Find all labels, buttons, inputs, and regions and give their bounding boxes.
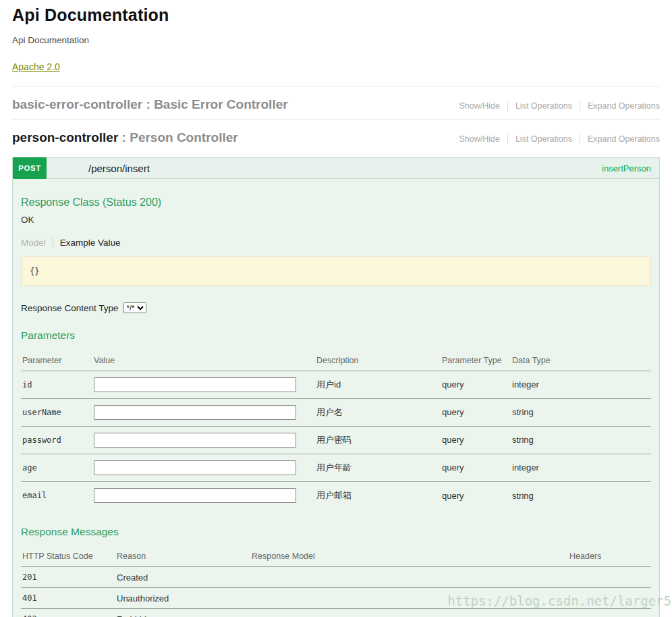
parameter-description: 用户id: [316, 379, 442, 391]
status-code: 403: [22, 614, 117, 617]
age-value-input[interactable]: [94, 460, 296, 475]
col-value: Value: [94, 356, 316, 365]
resource-name[interactable]: person-controller: [12, 130, 118, 144]
expand-operations-link[interactable]: Expand Operations: [580, 134, 660, 144]
parameter-name: id: [22, 380, 94, 390]
parameters-table-header: Parameter Value Description Parameter Ty…: [21, 356, 651, 371]
response-content-type-select[interactable]: */*: [123, 302, 146, 313]
swagger-page: Api Documentation Api Documentation Apac…: [0, 5, 672, 617]
parameter-data-type: integer: [512, 379, 651, 390]
endpoint-body: Response Class (Status 200) OK Model Exa…: [12, 179, 660, 617]
parameter-row-age: age 用户年龄 query integer: [21, 454, 651, 482]
resource-separator: :: [118, 130, 130, 144]
status-reason: Unauthorized: [117, 593, 252, 603]
response-message-row-401: 401 Unauthorized: [21, 588, 651, 609]
status-reason: Created: [117, 572, 252, 583]
col-http-status-code: HTTP Status Code: [22, 552, 117, 561]
resource-actions: Show/HideList OperationsExpand Operation…: [451, 101, 660, 111]
id-value-input[interactable]: [94, 377, 296, 392]
response-messages-heading: Response Messages: [21, 526, 651, 538]
tab-example-value[interactable]: Example Value: [60, 238, 121, 248]
parameter-name: age: [22, 463, 94, 473]
col-parameter: Parameter: [22, 356, 94, 365]
endpoint-nickname-link[interactable]: insertPerson: [602, 163, 651, 173]
resource-description: Basic Error Controller: [154, 97, 288, 111]
col-parameter-type: Parameter Type: [442, 356, 512, 365]
response-content-type-row: Response Content Type */*: [21, 302, 651, 313]
list-operations-link[interactable]: List Operations: [507, 134, 580, 144]
parameter-type: query: [442, 491, 512, 501]
response-class-heading: Response Class (Status 200): [21, 196, 651, 209]
parameter-type: query: [442, 462, 512, 473]
endpoint-card: POST /person/insert insertPerson Respons…: [12, 157, 660, 617]
tab-model[interactable]: Model: [21, 238, 46, 248]
license-link[interactable]: Apache 2.0: [12, 61, 60, 72]
parameter-value-cell: [94, 460, 316, 475]
parameter-row-userName: userName 用户名 query string: [21, 399, 651, 427]
parameter-description: 用户年龄: [316, 462, 442, 474]
col-response-model: Response Model: [252, 552, 569, 561]
endpoint-path[interactable]: /person/insert: [88, 163, 150, 174]
parameter-type: query: [442, 379, 512, 390]
response-message-row-403: 403 Forbidden: [21, 609, 651, 617]
parameter-type: query: [442, 435, 512, 445]
parameter-row-id: id 用户id query integer: [21, 371, 651, 399]
list-operations-link[interactable]: List Operations: [507, 101, 580, 111]
parameters-heading: Parameters: [21, 329, 651, 342]
resource-description: Person Controller: [130, 130, 237, 144]
parameter-data-type: string: [512, 407, 651, 417]
resource-basic-error-controller: basic-error-controller : Basic Error Con…: [12, 86, 660, 120]
response-class-value: OK: [21, 215, 651, 225]
parameter-value-cell: [94, 433, 316, 448]
resource-title: basic-error-controller : Basic Error Con…: [12, 97, 288, 112]
resource-actions: Show/HideList OperationsExpand Operation…: [451, 134, 660, 144]
parameter-data-type: integer: [512, 462, 651, 473]
password-value-input[interactable]: [94, 433, 296, 448]
parameter-data-type: string: [512, 491, 651, 501]
parameter-type: query: [442, 407, 512, 417]
resource-title: person-controller : Person Controller: [12, 130, 238, 145]
status-reason: Forbidden: [117, 614, 252, 617]
parameter-value-cell: [94, 405, 316, 420]
parameter-description: 用户邮箱: [316, 489, 442, 502]
col-description: Description: [316, 356, 442, 365]
userName-value-input[interactable]: [94, 405, 296, 420]
parameter-data-type: string: [512, 435, 651, 445]
col-headers: Headers: [569, 552, 651, 561]
http-method-badge[interactable]: POST: [13, 157, 47, 179]
page-subtitle: Api Documentation: [12, 35, 660, 45]
parameters-table: Parameter Value Description Parameter Ty…: [21, 356, 651, 510]
parameter-description: 用户名: [316, 406, 442, 419]
response-class-tabs: Model Example Value: [21, 238, 651, 248]
parameter-description: 用户密码: [316, 434, 442, 446]
resource-name[interactable]: basic-error-controller: [12, 97, 142, 111]
email-value-input[interactable]: [94, 488, 296, 503]
parameter-value-cell: [94, 377, 316, 392]
col-data-type: Data Type: [512, 356, 651, 365]
response-messages-table-header: HTTP Status Code Reason Response Model H…: [21, 552, 651, 567]
parameter-value-cell: [94, 488, 316, 503]
status-code: 401: [22, 593, 117, 603]
status-code: 201: [22, 572, 117, 582]
parameter-name: email: [22, 491, 94, 500]
example-value-snippet: {}: [21, 257, 651, 286]
tab-divider: [53, 238, 53, 248]
resource-person-controller: person-controller : Person Controller Sh…: [12, 120, 660, 153]
parameter-row-email: email 用户邮箱 query string: [21, 482, 651, 510]
resource-separator: :: [142, 97, 154, 111]
parameter-row-password: password 用户密码 query string: [21, 427, 651, 454]
page-title: Api Documentation: [12, 5, 660, 25]
response-message-row-201: 201 Created: [21, 567, 651, 588]
endpoint-header[interactable]: POST /person/insert insertPerson: [12, 157, 660, 179]
response-messages-table: HTTP Status Code Reason Response Model H…: [21, 552, 651, 617]
parameter-name: password: [22, 435, 94, 445]
response-content-type-label: Response Content Type: [21, 303, 119, 313]
col-reason: Reason: [117, 552, 252, 561]
parameter-name: userName: [22, 408, 94, 417]
show-hide-link[interactable]: Show/Hide: [451, 101, 507, 111]
show-hide-link[interactable]: Show/Hide: [451, 134, 507, 144]
expand-operations-link[interactable]: Expand Operations: [580, 101, 660, 111]
